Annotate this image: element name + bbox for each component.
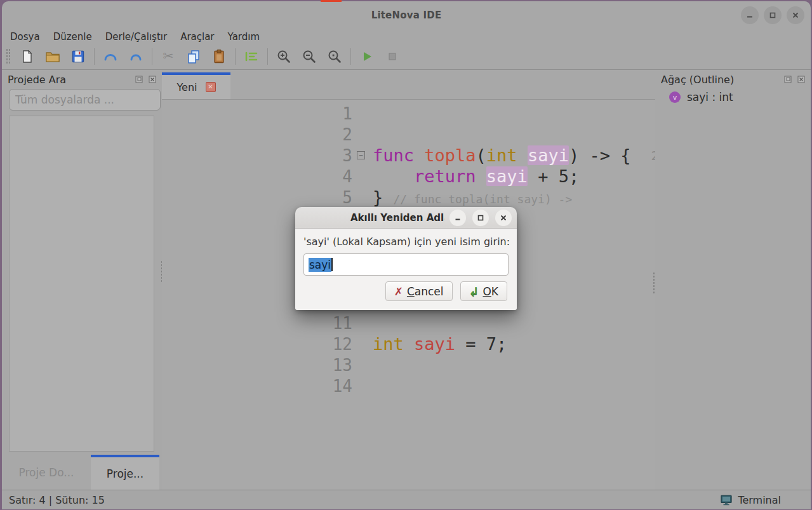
menu-dosya[interactable]: Dosya: [10, 31, 40, 43]
open-folder-icon: [44, 49, 61, 64]
cut-button[interactable]: ✂: [156, 46, 181, 67]
code-text: func topla(int sayi) -> {: [373, 145, 630, 165]
minimize-button[interactable]: [741, 6, 759, 24]
copy-icon: [185, 48, 202, 65]
rename-highlight: sayi: [486, 166, 528, 186]
run-icon: [359, 49, 375, 64]
ok-arrow-icon: ↲: [469, 285, 479, 299]
menu-yardim[interactable]: Yardım: [228, 31, 260, 43]
window-controls: [741, 6, 804, 24]
zoom-reset-icon: [326, 48, 343, 65]
new-file-button[interactable]: [15, 46, 40, 67]
outline-item-sayi[interactable]: v sayi : int: [655, 89, 811, 105]
format-code-button[interactable]: [239, 46, 264, 67]
code-line-12[interactable]: 12int sayi = 7;: [162, 333, 655, 354]
close-panel-button[interactable]: [797, 76, 805, 83]
menubar: Dosya Düzenle Derle/Çalıştır Araçlar Yar…: [2, 29, 811, 44]
redo-button[interactable]: [123, 46, 149, 67]
toolbar-separator: [350, 48, 351, 65]
right-splitter-handle[interactable]: [653, 272, 655, 293]
rename-highlight: sayi: [528, 145, 569, 165]
line-number: 12: [162, 335, 352, 354]
close-button[interactable]: [787, 6, 804, 24]
outline-panel: Ağaç (Outline) v sayi : int: [655, 70, 811, 490]
search-input[interactable]: [9, 89, 161, 111]
code-line-2[interactable]: 2: [162, 124, 655, 145]
window-titlebar[interactable]: LiteNova IDE: [2, 1, 811, 29]
line-number: 13: [162, 356, 352, 375]
menu-araclar[interactable]: Araçlar: [180, 31, 214, 43]
search-panel-title: Projede Ara: [8, 74, 135, 86]
code-line-13[interactable]: 13: [162, 354, 655, 375]
toolbar-separator: [267, 48, 268, 65]
dialog-title: Akıllı Yeniden Adla: [350, 212, 444, 224]
copy-button[interactable]: [181, 46, 206, 67]
ok-button[interactable]: ↲OK: [460, 281, 507, 301]
code-line-4[interactable]: 4 return sayi + 5;: [162, 166, 655, 187]
format-code-icon: [243, 49, 260, 64]
dialog-close-button[interactable]: [495, 210, 512, 226]
menu-duzenle[interactable]: Düzenle: [53, 31, 92, 43]
tab-proje-dokumani[interactable]: Proje Do...: [2, 455, 91, 490]
zoom-reset-button[interactable]: [322, 46, 347, 67]
zoom-in-icon: [276, 48, 292, 65]
save-icon: [70, 49, 86, 64]
run-button[interactable]: [354, 46, 380, 67]
svg-text:✂: ✂: [163, 49, 174, 64]
maximize-button[interactable]: [764, 6, 782, 24]
line-number: 3: [162, 146, 352, 165]
outline-item-label: sayi : int: [687, 91, 733, 104]
close-panel-button[interactable]: [149, 76, 156, 83]
code-text: return sayi + 5;: [373, 166, 579, 186]
tab-close-button[interactable]: ✕: [206, 82, 216, 92]
zoom-in-button[interactable]: [271, 46, 296, 67]
code-line-1[interactable]: 1: [162, 103, 655, 124]
rename-input[interactable]: sayi: [303, 253, 509, 276]
line-number: 5: [162, 188, 352, 207]
stop-button[interactable]: [380, 46, 405, 67]
redo-icon: [128, 49, 143, 64]
editor-tab-label: Yeni: [176, 81, 197, 93]
minimize-icon: [746, 11, 754, 19]
editor-tab-yeni[interactable]: Yeni ✕: [162, 72, 230, 99]
paste-button[interactable]: [206, 46, 232, 67]
dialog-minimize-button[interactable]: [449, 210, 466, 226]
variable-badge-icon: v: [669, 91, 681, 103]
statusbar: Satır: 4 | Sütun: 15 Terminal: [2, 490, 811, 509]
undo-icon: [102, 49, 119, 64]
menu-derle-calistir[interactable]: Derle/Çalıştır: [105, 31, 167, 43]
dialog-titlebar[interactable]: Akıllı Yeniden Adla: [295, 207, 517, 229]
line-number: 11: [162, 314, 352, 333]
code-line-5[interactable]: 5} // func topla(int sayi) ->: [162, 187, 655, 208]
float-panel-button[interactable]: [135, 76, 143, 83]
code-line-11[interactable]: 11: [162, 312, 655, 333]
paste-icon: [211, 48, 227, 65]
fold-marker-icon[interactable]: −: [357, 151, 365, 159]
search-row: Ara: [2, 89, 162, 111]
zoom-out-button[interactable]: [296, 46, 322, 67]
code-line-3[interactable]: 3−func topla(int sayi) -> {2 referans | …: [162, 145, 655, 166]
text-caret: [331, 258, 333, 271]
cancel-x-icon: ✗: [394, 285, 403, 298]
open-folder-button[interactable]: [40, 46, 65, 67]
save-button[interactable]: [65, 46, 91, 67]
toolbar-separator: [152, 48, 152, 65]
editor-tabbar: Yeni ✕: [162, 70, 655, 100]
cut-icon: ✂: [161, 49, 176, 64]
code-text: int sayi = 7;: [373, 334, 507, 354]
line-number: 4: [162, 167, 352, 186]
undo-button[interactable]: [98, 46, 123, 67]
search-results-list[interactable]: [9, 116, 154, 452]
maximize-icon: [769, 11, 776, 19]
rename-dialog: Akıllı Yeniden Adla 'sayi' (Lokal Kapsam…: [295, 207, 517, 310]
toolbar-grip[interactable]: [6, 48, 11, 65]
code-line-14[interactable]: 14: [162, 375, 655, 396]
line-number: 1: [162, 104, 352, 123]
tab-projede-ara[interactable]: Proje...: [91, 455, 159, 490]
cursor-position: Satır: 4 | Sütun: 15: [9, 494, 105, 506]
float-panel-button[interactable]: [784, 76, 792, 83]
line-number: 14: [162, 377, 352, 396]
terminal-toggle[interactable]: Terminal: [720, 494, 781, 506]
cancel-button[interactable]: ✗Cancel: [385, 281, 453, 301]
dialog-maximize-button[interactable]: [472, 210, 489, 226]
